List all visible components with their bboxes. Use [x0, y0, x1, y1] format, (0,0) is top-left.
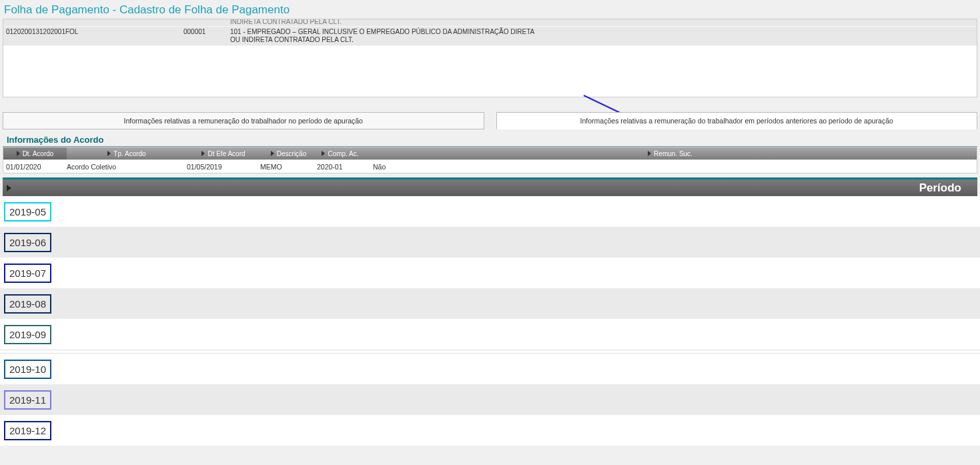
- periodo-row[interactable]: 2019-08: [0, 288, 980, 319]
- col-header-dt-efe[interactable]: Dt Efe Acord: [187, 147, 260, 159]
- sort-icon: [271, 151, 274, 156]
- col-label: Comp. Ac.: [328, 150, 358, 157]
- sort-icon: [107, 151, 111, 156]
- acordo-row[interactable]: 01/01/2020 Acordo Coletivo 01/05/2019 ME…: [3, 159, 977, 173]
- periodo-row[interactable]: 2019-12: [0, 415, 980, 446]
- periodo-row[interactable]: 2019-05: [0, 196, 980, 227]
- upper-row-truncated: INDIRETA CONTRATADO PELA CLT.: [3, 19, 977, 27]
- upper-trunc-desc: INDIRETA CONTRATADO PELA CLT.: [230, 19, 537, 26]
- sort-icon: [648, 151, 651, 156]
- periodo-header-label: Período: [919, 181, 961, 195]
- col-label: Descrição: [277, 150, 306, 157]
- periodo-cell[interactable]: 2019-07: [4, 264, 51, 283]
- upper-col1: 0120200131202001FOL: [3, 28, 183, 44]
- tab-periodo-apuracao[interactable]: Informações relativas a remuneração do t…: [3, 112, 484, 129]
- expand-icon: [7, 185, 11, 191]
- upper-grid: INDIRETA CONTRATADO PELA CLT. 0120200131…: [3, 19, 977, 97]
- periodo-cell[interactable]: 2019-05: [4, 202, 51, 221]
- acordo-header: Dt. Acordo Tp. Acordo Dt Efe Acord Descr…: [3, 147, 977, 159]
- periodo-cell[interactable]: 2019-06: [4, 233, 51, 252]
- periodo-cell[interactable]: 2019-09: [4, 325, 51, 344]
- periodo-row[interactable]: 2019-10: [0, 354, 980, 384]
- acordo-grid: Dt. Acordo Tp. Acordo Dt Efe Acord Descr…: [3, 147, 977, 173]
- col-header-descricao[interactable]: Descrição: [260, 147, 317, 159]
- col-label: Remun. Suc.: [654, 150, 692, 157]
- sort-icon: [17, 151, 20, 156]
- col-header-dt-acordo[interactable]: Dt. Acordo: [3, 147, 67, 159]
- cell-tp-acordo: Acordo Coletivo: [67, 163, 187, 171]
- sort-icon: [322, 151, 325, 156]
- col-header-tp-acordo[interactable]: Tp. Acordo: [67, 147, 187, 159]
- col-label: Dt Efe Acord: [207, 150, 245, 157]
- col-header-remun-suc[interactable]: Remun. Suc.: [364, 147, 977, 159]
- cell-descricao: MEMO: [260, 163, 317, 171]
- tab-left-label: Informações relativas a remuneração do t…: [124, 117, 363, 125]
- col-label: Tp. Acordo: [113, 150, 145, 157]
- cell-dt-acordo: 01/01/2020: [3, 163, 67, 171]
- cell-dt-efe: 01/05/2019: [187, 163, 260, 171]
- periodo-header-bar[interactable]: Período: [3, 177, 977, 196]
- periodo-cell[interactable]: 2019-11: [4, 390, 51, 410]
- tab-periodos-anteriores[interactable]: Informações relativas a remuneração do t…: [496, 112, 978, 129]
- periodo-rows: 2019-052019-062019-072019-082019-092019-…: [0, 196, 980, 446]
- periodo-cell[interactable]: 2019-08: [4, 294, 51, 314]
- cell-remun-suc: Não: [364, 163, 977, 171]
- periodo-cell[interactable]: 2019-12: [4, 421, 51, 440]
- sort-icon: [201, 151, 205, 156]
- periodo-row[interactable]: 2019-06: [0, 227, 980, 258]
- periodo-row[interactable]: 2019-09: [0, 319, 980, 350]
- upper-col3: 101 - EMPREGADO – GERAL INCLUSIVE O EMPR…: [230, 28, 537, 44]
- section-title-acordo: Informações do Acordo: [3, 131, 977, 147]
- tab-right-label: Informações relativas a remuneração do t…: [580, 117, 893, 125]
- cell-comp-ac: 2020-01: [317, 163, 364, 171]
- col-label: Dt. Acordo: [23, 150, 54, 157]
- col-header-comp-ac[interactable]: Comp. Ac.: [317, 147, 364, 159]
- periodo-row[interactable]: 2019-07: [0, 258, 980, 288]
- periodo-cell[interactable]: 2019-10: [4, 360, 51, 379]
- upper-row[interactable]: 0120200131202001FOL 000001 101 - EMPREGA…: [3, 27, 977, 46]
- tabs: Informações relativas a remuneração do t…: [3, 112, 977, 129]
- periodo-row[interactable]: 2019-11: [0, 384, 980, 415]
- upper-col2: 000001: [183, 28, 230, 44]
- page-title: Folha de Pagamento - Cadastro de Folha d…: [0, 0, 980, 19]
